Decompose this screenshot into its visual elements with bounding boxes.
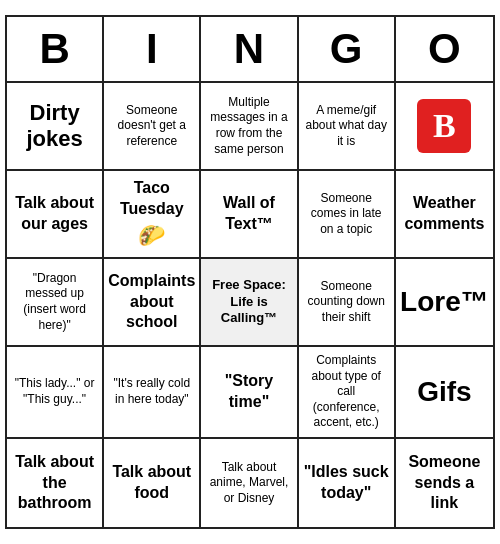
bingo-cell-5[interactable]: Talk about our ages [7,171,104,259]
cell-text: Someone sends a link [400,452,489,514]
cell-text: Talk about our ages [11,193,98,235]
bingo-letter-g: G [299,17,396,81]
b-logo: B [417,99,471,153]
bingo-cell-24[interactable]: Someone sends a link [396,439,493,527]
cell-text: Talk about the bathroom [11,452,98,514]
bingo-cell-17[interactable]: "Story time" [201,347,298,439]
cell-text: Complaints about type of call (conferenc… [303,353,390,431]
cell-text: Someone counting down their shift [303,279,390,326]
cell-text: Someone doesn't get a reference [108,103,195,150]
cell-text: Complaints about school [108,271,195,333]
bingo-cell-15[interactable]: "This lady..." or "This guy..." [7,347,104,439]
bingo-cell-8[interactable]: Someone comes in late on a topic [299,171,396,259]
cell-text: "Idles suck today" [303,462,390,504]
cell-text: Someone comes in late on a topic [303,191,390,238]
bingo-cell-3[interactable]: A meme/gif about what day it is [299,83,396,171]
bingo-cell-23[interactable]: "Idles suck today" [299,439,396,527]
cell-text: Lore™ [400,284,489,320]
bingo-cell-10[interactable]: "Dragon messed up (insert word here)" [7,259,104,347]
cell-text: Weather comments [400,193,489,235]
cell-text: Taco Tuesday [108,178,195,220]
bingo-cell-9[interactable]: Weather comments [396,171,493,259]
bingo-card: BINGO Dirty jokesSomeone doesn't get a r… [5,15,495,529]
bingo-cell-13[interactable]: Someone counting down their shift [299,259,396,347]
bingo-cell-21[interactable]: Talk about food [104,439,201,527]
cell-text: "This lady..." or "This guy..." [11,376,98,407]
cell-text: "Story time" [205,371,292,413]
bingo-cell-19[interactable]: Gifs [396,347,493,439]
bingo-cell-7[interactable]: Wall of Text™ [201,171,298,259]
bingo-letter-i: I [104,17,201,81]
bingo-letter-o: O [396,17,493,81]
bingo-cell-12[interactable]: Free Space: Life is Calling™ [201,259,298,347]
bingo-cell-11[interactable]: Complaints about school [104,259,201,347]
bingo-cell-0[interactable]: Dirty jokes [7,83,104,171]
bingo-grid: Dirty jokesSomeone doesn't get a referen… [7,83,493,527]
bingo-cell-4[interactable]: B [396,83,493,171]
taco-emoji: 🌮 [138,222,165,251]
bingo-cell-14[interactable]: Lore™ [396,259,493,347]
cell-text: "Dragon messed up (insert word here)" [11,271,98,333]
cell-text: Dirty jokes [11,100,98,153]
cell-text: Multiple messages in a row from the same… [205,95,292,157]
bingo-cell-16[interactable]: "It's really cold in here today" [104,347,201,439]
bingo-cell-6[interactable]: Taco Tuesday🌮 [104,171,201,259]
bingo-letter-n: N [201,17,298,81]
bingo-cell-2[interactable]: Multiple messages in a row from the same… [201,83,298,171]
cell-text: Talk about food [108,462,195,504]
bingo-header: BINGO [7,17,493,83]
cell-text: "It's really cold in here today" [108,376,195,407]
bingo-letter-b: B [7,17,104,81]
cell-text: Gifs [417,374,471,410]
cell-text: Wall of Text™ [205,193,292,235]
cell-text: Free Space: Life is Calling™ [205,277,292,328]
bingo-cell-1[interactable]: Someone doesn't get a reference [104,83,201,171]
bingo-cell-18[interactable]: Complaints about type of call (conferenc… [299,347,396,439]
cell-text: A meme/gif about what day it is [303,103,390,150]
bingo-cell-22[interactable]: Talk about anime, Marvel, or Disney [201,439,298,527]
cell-text: Talk about anime, Marvel, or Disney [205,460,292,507]
bingo-cell-20[interactable]: Talk about the bathroom [7,439,104,527]
